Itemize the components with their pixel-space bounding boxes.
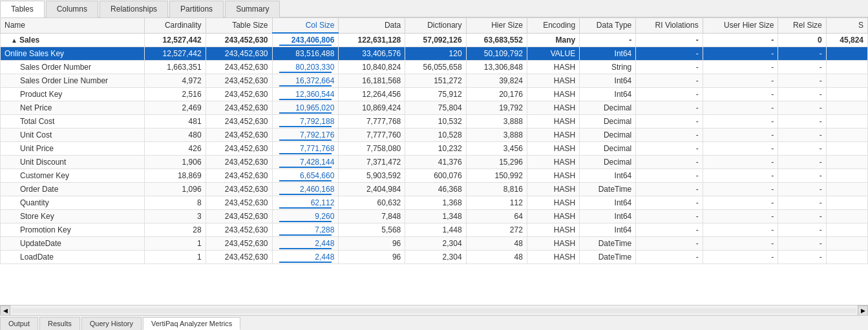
cell-ri_violations: - — [636, 169, 703, 183]
bottom-tab-query-history[interactable]: Query History — [81, 317, 142, 330]
cell-ri_violations: - — [636, 237, 703, 251]
cell-encoding: HASH — [527, 142, 579, 156]
cell-ri_violations: - — [636, 210, 703, 223]
scroll-left-btn[interactable]: ◀ — [0, 305, 10, 316]
tab-columns[interactable]: Columns — [46, 1, 98, 17]
summary-row[interactable]: ▲Sales12,527,442243,452,630243,406,80612… — [1, 33, 868, 47]
cell-encoding: HASH — [527, 183, 579, 196]
cell-data: 60,632 — [339, 196, 405, 210]
cell-hier_size: 13,306,848 — [466, 61, 527, 74]
cell-hier_size: 50,109,792 — [466, 47, 527, 61]
table-row[interactable]: Order Date1,096243,452,6302,460,1682,404… — [1, 183, 868, 196]
table-row[interactable]: Unit Cost480243,452,6307,792,1767,777,76… — [1, 129, 868, 142]
col-header-col_size[interactable]: Col Size — [272, 18, 339, 34]
col-header-data[interactable]: Data — [339, 18, 405, 34]
tab-partitions[interactable]: Partitions — [169, 1, 224, 17]
col-header-encoding[interactable]: Encoding — [527, 18, 579, 34]
col-header-name[interactable]: Name — [1, 18, 145, 34]
cell-table_size: 243,452,630 — [206, 223, 272, 237]
cell-encoding: HASH — [527, 196, 579, 210]
cell-table_size: 243,452,630 — [206, 74, 272, 88]
cell-s — [826, 237, 867, 251]
table-row[interactable]: Sales Order Line Number4,972243,452,6301… — [1, 74, 868, 88]
cell-name: Unit Discount — [1, 156, 145, 169]
col-header-s[interactable]: S — [826, 18, 867, 34]
cell-col_size: 2,448 — [272, 237, 339, 251]
cell-user_hier_size: - — [703, 61, 778, 74]
table-row[interactable]: Net Price2,469243,452,63010,965,02010,86… — [1, 101, 868, 115]
summary-cell-cardinality: 12,527,442 — [145, 33, 206, 47]
cell-name: Sales Order Line Number — [1, 74, 145, 88]
table-row[interactable]: Online Sales Key12,527,442243,452,63083,… — [1, 47, 868, 61]
cell-cardinality: 12,527,442 — [145, 47, 206, 61]
cell-ri_violations: - — [636, 61, 703, 74]
table-row[interactable]: Quantity8243,452,63062,11260,6321,368112… — [1, 196, 868, 210]
table-row[interactable]: LoadDate1243,452,6302,448962,30448HASHDa… — [1, 251, 868, 264]
cell-s — [826, 115, 867, 129]
col-header-cardinality[interactable]: Cardinality — [145, 18, 206, 34]
bottom-tab-output[interactable]: Output — [0, 317, 38, 330]
cell-col_size: 2,460,168 — [272, 183, 339, 196]
cell-encoding: HASH — [527, 129, 579, 142]
cell-user_hier_size: - — [703, 115, 778, 129]
tab-summary[interactable]: Summary — [225, 1, 280, 17]
h-scroll-track[interactable] — [12, 308, 856, 313]
cell-s — [826, 88, 867, 101]
cell-ri_violations: - — [636, 183, 703, 196]
table-row[interactable]: Total Cost481243,452,6307,792,1887,777,7… — [1, 115, 868, 129]
cell-table_size: 243,452,630 — [206, 61, 272, 74]
table-row[interactable]: Product Key2,516243,452,63012,360,54412,… — [1, 88, 868, 101]
cell-cardinality: 2,469 — [145, 101, 206, 115]
cell-table_size: 243,452,630 — [206, 88, 272, 101]
cell-name: Order Date — [1, 183, 145, 196]
cell-data: 5,903,592 — [339, 169, 405, 183]
table-row[interactable]: Unit Price426243,452,6307,771,7687,758,0… — [1, 142, 868, 156]
col-header-data_type[interactable]: Data Type — [580, 18, 636, 34]
tab-relationships[interactable]: Relationships — [100, 1, 168, 17]
cell-name: Promotion Key — [1, 223, 145, 237]
scroll-right-btn[interactable]: ▶ — [858, 305, 868, 316]
cell-name: Quantity — [1, 196, 145, 210]
cell-table_size: 243,452,630 — [206, 183, 272, 196]
tab-tables[interactable]: Tables — [0, 1, 45, 17]
table-row[interactable]: Unit Discount1,906243,452,6307,428,1447,… — [1, 156, 868, 169]
col-header-user_hier_size[interactable]: User Hier Size — [703, 18, 778, 34]
table-row[interactable]: Sales Order Number1,663,351243,452,63080… — [1, 61, 868, 74]
col-header-ri_violations[interactable]: RI Violations — [636, 18, 703, 34]
cell-encoding: HASH — [527, 88, 579, 101]
summary-cell-hier_size: 63,683,552 — [466, 33, 527, 47]
cell-name: Total Cost — [1, 115, 145, 129]
bottom-tab-vertipaq-analyzer-metrics[interactable]: VertiPaq Analyzer Metrics — [143, 317, 240, 330]
col-header-rel_size[interactable]: Rel Size — [778, 18, 826, 34]
cell-encoding: HASH — [527, 223, 579, 237]
cell-s — [826, 47, 867, 61]
cell-encoding: HASH — [527, 101, 579, 115]
cell-encoding: VALUE — [527, 47, 579, 61]
cell-col_size: 2,448 — [272, 251, 339, 264]
cell-rel_size: - — [778, 115, 826, 129]
cell-rel_size: - — [778, 61, 826, 74]
cell-table_size: 243,452,630 — [206, 156, 272, 169]
bottom-tab-results[interactable]: Results — [39, 317, 80, 330]
cell-col_size: 6,654,660 — [272, 169, 339, 183]
cell-ri_violations: - — [636, 142, 703, 156]
col-header-table_size[interactable]: Table Size — [206, 18, 272, 34]
cell-table_size: 243,452,630 — [206, 142, 272, 156]
cell-col_size: 7,771,768 — [272, 142, 339, 156]
cell-name: Online Sales Key — [1, 47, 145, 61]
cell-user_hier_size: - — [703, 47, 778, 61]
main-container: TablesColumnsRelationshipsPartitionsSumm… — [0, 0, 868, 330]
table-row[interactable]: UpdateDate1243,452,6302,448962,30448HASH… — [1, 237, 868, 251]
table-row[interactable]: Store Key3243,452,6309,2607,8481,34864HA… — [1, 210, 868, 223]
col-header-dictionary[interactable]: Dictionary — [405, 18, 466, 34]
cell-col_size: 9,260 — [272, 210, 339, 223]
cell-data_type: Int64 — [580, 169, 636, 183]
table-row[interactable]: Promotion Key28243,452,6307,2885,5681,44… — [1, 223, 868, 237]
table-row[interactable]: Customer Key18,869243,452,6306,654,6605,… — [1, 169, 868, 183]
table-wrapper[interactable]: NameCardinalityTable SizeCol SizeDataDic… — [0, 17, 868, 305]
cell-data: 10,840,824 — [339, 61, 405, 74]
cell-rel_size: - — [778, 156, 826, 169]
cell-hier_size: 3,456 — [466, 142, 527, 156]
col-header-hier_size[interactable]: Hier Size — [466, 18, 527, 34]
summary-cell-s: 45,824 — [826, 33, 867, 47]
